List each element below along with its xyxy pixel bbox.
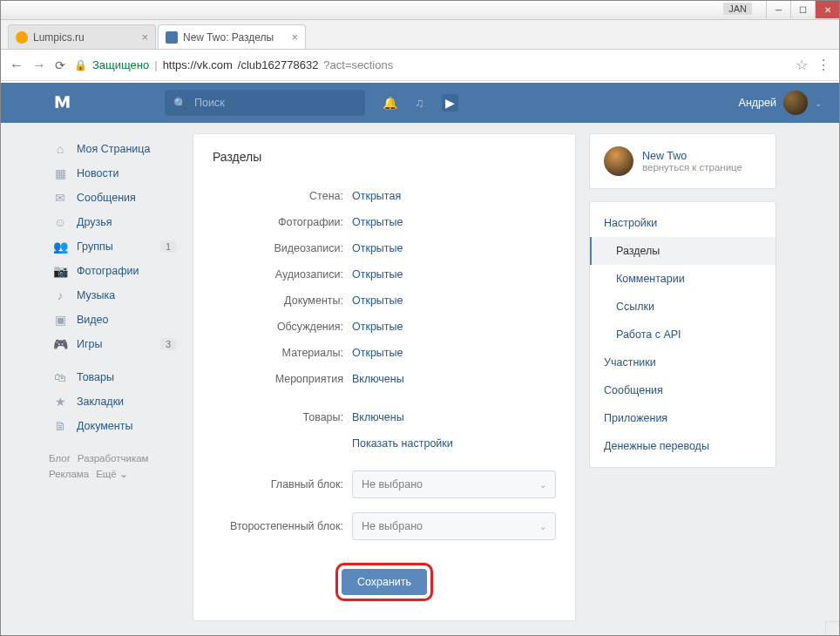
nav-links[interactable]: Ссылки [590,293,776,321]
play-icon[interactable]: ▶ [442,94,458,112]
window-close[interactable]: ✕ [815,1,839,18]
groups-icon: 👥 [52,240,68,254]
search-icon: 🔍 [173,97,187,110]
sidebar-item-news[interactable]: ▦Новости [49,161,180,186]
tab-close-icon[interactable]: × [291,30,298,44]
video-icon: ▣ [52,313,68,327]
divider: | [154,58,157,71]
os-user-tag: JAN [723,3,752,15]
user-menu[interactable]: Андрей ⌄ [739,91,822,115]
sidebar-label: Музыка [77,289,115,301]
nav-payments[interactable]: Денежные переводы [590,432,776,460]
sidebar-item-groups[interactable]: 👥Группы1 [49,234,180,259]
address-bar[interactable]: 🔒 Защищено | https://vk.com/club16277863… [74,58,787,71]
sidebar-label: Друзья [77,216,112,228]
main-panel: Разделы Стена:ОткрытаяФотографии:Открыты… [193,133,576,621]
window-minimize[interactable]: ─ [766,1,790,18]
browser-tab[interactable]: Lumpics.ru × [8,24,156,49]
sidebar-item-music[interactable]: ♪Музыка [49,283,180,308]
row-value-link[interactable]: Открытые [352,242,403,254]
forward-button[interactable]: → [32,58,46,73]
bookmark-icon[interactable]: ☆ [796,57,808,73]
sidebar-item-bookmarks[interactable]: ★Закладки [49,389,180,414]
url-query: ?act=sections [323,58,393,71]
friends-icon: ☺ [52,215,68,229]
avatar [783,91,808,115]
row-label: Обсуждения: [213,321,352,333]
sidebar-item-games[interactable]: 🎮Игры3 [49,332,180,356]
favicon-icon [16,31,28,44]
sidebar-item-messages[interactable]: ✉Сообщения [49,186,180,210]
browser-menu-icon[interactable]: ⋮ [816,57,830,73]
nav-messages[interactable]: Сообщения [590,376,776,404]
row-value-link[interactable]: Открытые [352,321,403,333]
row-value-link[interactable]: Открытая [352,190,401,202]
nav-apps[interactable]: Приложения [590,404,776,432]
notifications-icon[interactable]: 🔔 [383,96,397,110]
show-settings-link[interactable]: Показать настройки [352,437,453,450]
favicon-icon [166,31,178,44]
secondary-block-label: Второстепенный блок: [213,520,352,532]
secondary-block-select[interactable]: Не выбрано ⌄ [352,512,556,540]
music-icon[interactable]: ♫ [415,96,424,110]
url-path: /club162778632 [238,58,319,71]
sidebar-label: Новости [77,167,119,179]
row-label: Видеозаписи: [213,242,352,254]
nav-comments[interactable]: Комментарии [590,265,776,293]
sidebar-item-profile[interactable]: ⌂Моя Страница [49,137,180,161]
search-input[interactable]: 🔍 Поиск [165,90,365,116]
group-name: New Two [642,150,742,162]
sidebar-item-friends[interactable]: ☺Друзья [49,210,180,234]
tab-title: Lumpics.ru [33,31,85,44]
nav-settings[interactable]: Настройки [590,209,776,237]
sidebar-label: Сообщения [77,192,136,204]
sidebar-label: Документы [77,420,132,432]
secure-label: Защищено [92,58,149,71]
row-label: Товары: [213,411,352,423]
window-maximize[interactable]: ☐ [790,1,815,18]
sidebar-footer: БлогРазработчикам РекламаЕщё ⌄ [49,450,180,482]
save-button[interactable]: Сохранить [342,569,427,595]
sidebar-label: Фотографии [77,265,139,277]
row-value-link[interactable]: Открытые [352,268,403,281]
nav-api[interactable]: Работа с API [590,321,776,348]
group-subtitle: вернуться к странице [642,162,742,173]
sidebar-item-market[interactable]: 🛍Товары [49,365,180,389]
back-button[interactable]: ← [10,58,24,73]
row-value-link[interactable]: Открытые [352,294,403,307]
chevron-down-icon: ⌄ [815,98,822,108]
sidebar-item-docs[interactable]: 🗎Документы [49,414,180,438]
tab-close-icon[interactable]: × [141,30,148,44]
row-value-link[interactable]: Включены [352,411,404,423]
browser-tab-active[interactable]: New Two: Разделы × [158,24,306,49]
sidebar-item-photos[interactable]: 📷Фотографии [49,259,180,283]
row-value-link[interactable]: Открытые [352,216,403,228]
highlight-ring: Сохранить [335,563,433,601]
vk-logo[interactable] [53,95,78,112]
nav-members[interactable]: Участники [590,348,776,376]
nav-sections[interactable]: Разделы [590,237,776,265]
select-value: Не выбрано [362,478,423,491]
sidebar-label: Моя Страница [77,143,150,155]
primary-block-label: Главный блок: [213,478,352,491]
footer-ads[interactable]: Реклама [49,469,89,479]
sidebar-label: Группы [77,240,113,253]
message-icon: ✉ [52,191,68,205]
row-value-link[interactable]: Открытые [352,347,403,359]
gamepad-icon: 🎮 [52,337,68,351]
badge: 3 [160,338,176,350]
browser-toolbar: ← → ⟳ 🔒 Защищено | https://vk.com/club16… [1,50,839,81]
row-value-link[interactable]: Включены [352,373,404,385]
group-header-link[interactable]: New Two вернуться к странице [590,134,776,188]
footer-blog[interactable]: Блог [49,453,71,463]
row-label: Стена: [213,190,352,202]
sidebar-item-video[interactable]: ▣Видео [49,308,180,332]
primary-block-select[interactable]: Не выбрано ⌄ [352,470,556,498]
row-label: Документы: [213,294,352,307]
music-note-icon: ♪ [52,288,68,302]
row-label: Аудиозаписи: [213,268,352,281]
browser-tabstrip: Lumpics.ru × New Two: Разделы × [1,20,839,50]
footer-more[interactable]: Ещё ⌄ [96,469,128,479]
footer-dev[interactable]: Разработчикам [78,453,149,463]
reload-button[interactable]: ⟳ [55,58,65,72]
